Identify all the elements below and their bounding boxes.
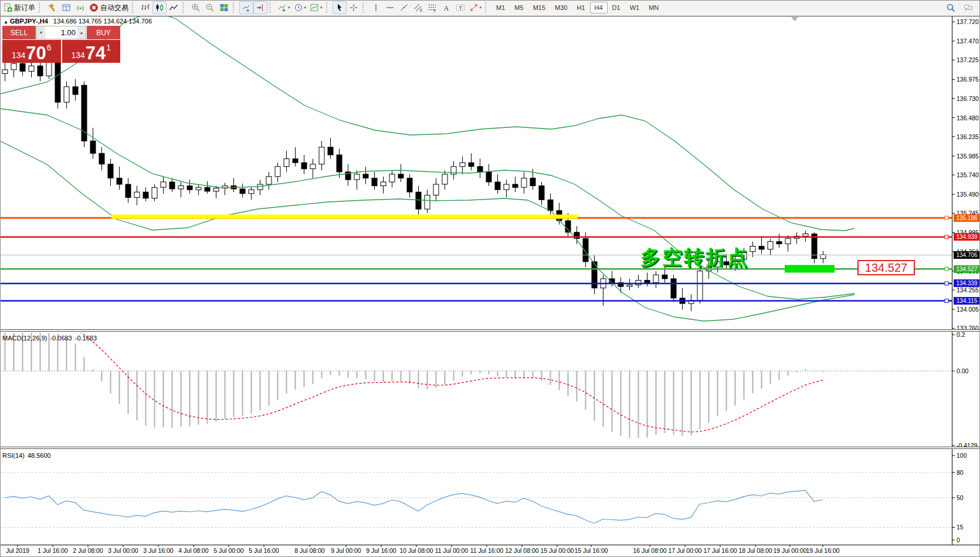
time-label-15-Jul-16-00: 15 Jul 16:00 — [574, 547, 608, 554]
indicators-button[interactable]: ▾ — [276, 1, 292, 14]
timeframe-mn-button[interactable]: MN — [644, 2, 663, 13]
fibonacci-button[interactable]: F — [425, 1, 439, 14]
time-label-1-Jul-16-00: 1 Jul 16:00 — [38, 547, 67, 554]
candle-body — [275, 167, 280, 177]
yellow-support-zone[interactable] — [111, 215, 578, 219]
cursor-button[interactable] — [333, 1, 347, 14]
equidistant-channel-button[interactable]: E — [411, 1, 425, 14]
timeframe-h4-button[interactable]: H4 — [590, 2, 608, 13]
candlestick-chart-button[interactable] — [152, 1, 167, 14]
volume-input[interactable]: 1.00 — [45, 26, 77, 39]
rsi-indicator-label: RSI(14)48.5600 — [2, 452, 54, 459]
sell-price-main: 70 — [26, 45, 46, 62]
zoom-in-button[interactable] — [189, 1, 203, 14]
hline-anchor — [945, 235, 948, 239]
buy-price-display[interactable]: 134 74 1 — [62, 40, 121, 63]
time-label-16-Jul-08-00: 16 Jul 08:00 — [633, 547, 666, 554]
timeframe-m30-button[interactable]: M30 — [550, 2, 572, 13]
svg-text:F: F — [433, 9, 436, 13]
candlestick-chart-icon — [155, 3, 164, 12]
one-click-trading-panel: SELL ▼ 1.00 ▲ BUY 134 70 6 134 74 1 — [2, 26, 120, 63]
search-button[interactable] — [944, 1, 958, 14]
volume-down-button[interactable]: ▼ — [37, 26, 45, 39]
toolbar-grip — [269, 2, 273, 13]
text-button[interactable]: A — [439, 1, 453, 14]
candle-body — [565, 221, 571, 232]
candle-body — [372, 178, 377, 185]
autotrading-button[interactable]: 自动交易 — [87, 1, 130, 14]
chart-shift-marker-icon[interactable] — [791, 17, 798, 21]
time-label-18-Jul-08-00: 18 Jul 08:00 — [738, 547, 772, 554]
macd-histogram-bar — [515, 371, 516, 378]
macd-histogram-bar — [629, 371, 630, 438]
timeframe-w1-button[interactable]: W1 — [625, 2, 645, 13]
sell-price-display[interactable]: 134 70 6 — [2, 40, 61, 63]
candle-body — [697, 271, 703, 301]
chart-shift-button[interactable] — [253, 1, 267, 14]
chart-canvas[interactable] — [0, 0, 980, 557]
charts-window-button[interactable] — [59, 1, 73, 14]
macd-histogram-bar — [154, 371, 155, 428]
chat-button[interactable] — [961, 1, 975, 14]
macd-histogram-bar — [269, 371, 270, 406]
macd-histogram-bar — [726, 371, 727, 411]
templates-button[interactable]: ▾ — [308, 1, 324, 14]
macd-histogram-bar — [330, 371, 331, 375]
current-price-tag: 134.706 — [954, 251, 980, 259]
ohlc-close: 134.706 — [128, 18, 152, 25]
macd-histogram-bar — [480, 371, 481, 373]
sell-button[interactable]: SELL — [2, 26, 36, 39]
volume-up-button[interactable]: ▲ — [77, 26, 86, 39]
timeframe-h1-button[interactable]: H1 — [572, 2, 589, 13]
tile-windows-button[interactable] — [217, 1, 231, 14]
price-callout-box[interactable]: 134.527 — [857, 260, 915, 275]
macd-panel-divider[interactable] — [0, 329, 980, 332]
macd-histogram-bar — [744, 371, 745, 400]
collapse-triangle-icon[interactable]: ▲ — [4, 19, 8, 25]
symbol-ohlc-line: ▲ GBPJPY-,H4 134.686 134.765 134.624 134… — [4, 18, 152, 25]
periods-button[interactable]: ▾ — [292, 1, 308, 14]
macd-histogram-bar — [233, 371, 235, 417]
macd-histogram-bar — [75, 344, 76, 371]
indicators-icon — [277, 3, 287, 12]
macd-histogram-bar — [277, 371, 279, 400]
price-tag-134.939: 134.939 — [954, 233, 980, 241]
zoom-out-button[interactable] — [203, 1, 217, 14]
timeframe-m5-button[interactable]: M5 — [510, 2, 528, 13]
green-pivot-zone[interactable] — [785, 265, 835, 273]
macd-histogram-bar — [374, 371, 375, 382]
price-tick-135.985: 135.985 — [957, 153, 979, 160]
autotrading-icon — [89, 3, 99, 12]
signals-button[interactable] — [73, 1, 87, 14]
macd-histogram-bar — [260, 371, 261, 410]
equidistant-channel-icon: E — [413, 3, 423, 12]
timeframe-m15-button[interactable]: M15 — [528, 2, 550, 13]
horizontal-line-button[interactable] — [383, 1, 397, 14]
rsi-panel-divider[interactable] — [0, 447, 980, 449]
metaeditor-button[interactable] — [45, 1, 59, 14]
toolbar-grip — [132, 2, 136, 13]
timeframe-d1-button[interactable]: D1 — [608, 2, 625, 13]
trendline-button[interactable] — [397, 1, 411, 14]
candle-body — [169, 182, 175, 189]
buy-button[interactable]: BUY — [87, 26, 120, 39]
time-label-17-Jul-16-00: 17 Jul 16:00 — [703, 547, 737, 554]
macd-histogram-bar — [770, 371, 771, 384]
macd-histogram-bar — [489, 371, 490, 374]
bar-chart-button[interactable] — [138, 1, 152, 14]
price-tick-136.235: 136.235 — [957, 133, 979, 140]
line-chart-button[interactable] — [167, 1, 181, 14]
arrows-button[interactable]: ▾ — [467, 1, 484, 14]
crosshair-button[interactable] — [347, 1, 361, 14]
new-order-button[interactable]: 新订单 — [1, 1, 37, 14]
auto-scroll-button[interactable] — [239, 1, 253, 14]
candle-body — [152, 187, 157, 198]
timeframe-m1-button[interactable]: M1 — [491, 2, 510, 13]
time-label-5-Jul-16-00: 5 Jul 16:00 — [249, 547, 279, 554]
candle-body — [653, 275, 659, 282]
turning-point-annotation[interactable]: 多空转折点 — [640, 244, 749, 271]
text-label-button[interactable]: T — [453, 1, 467, 14]
toolbar-right-group — [944, 1, 975, 14]
vertical-line-button[interactable] — [369, 1, 383, 14]
chat-icon — [964, 3, 973, 12]
